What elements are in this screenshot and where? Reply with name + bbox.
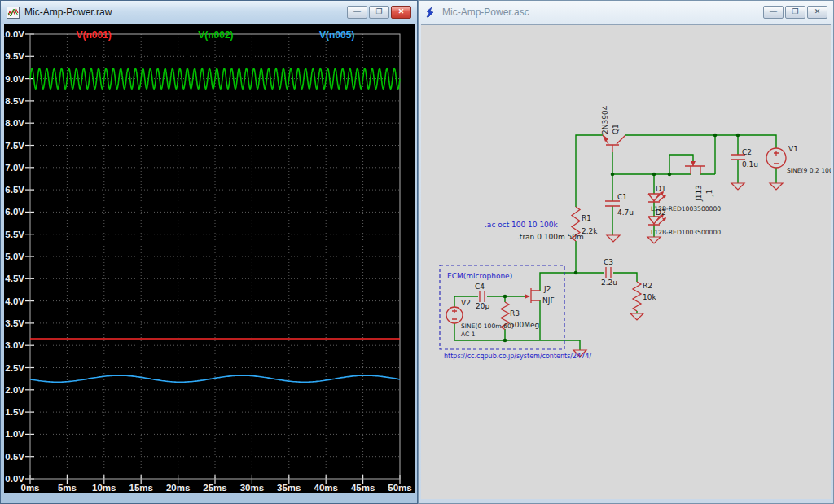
v2-value2: AC 1 bbox=[461, 331, 476, 338]
r1-value: 2.2k bbox=[582, 227, 598, 235]
y-tick-label: 6.0V bbox=[5, 207, 24, 217]
y-tick-label: 5.0V bbox=[5, 252, 24, 261]
q1-name: Q1 bbox=[612, 124, 620, 134]
legend-V(n001)[interactable]: V(n001) bbox=[76, 29, 111, 41]
y-tick-label: 0.5V bbox=[5, 452, 24, 462]
d1-name: D1 bbox=[656, 185, 666, 193]
x-tick-label: 35ms bbox=[277, 483, 301, 493]
y-tick-label: 4.0V bbox=[5, 296, 24, 306]
x-tick-label: 25ms bbox=[203, 483, 226, 493]
c1-value: 4.7u bbox=[617, 208, 634, 217]
y-tick-label: 7.5V bbox=[5, 141, 24, 151]
d2-name: D2 bbox=[656, 208, 666, 217]
y-tick-label: 2.0V bbox=[5, 385, 24, 395]
y-tick-label: 2.5V bbox=[5, 363, 24, 373]
x-tick-label: 50ms bbox=[388, 483, 411, 493]
schematic-canvas[interactable]: 2N3904 Q1 J113 J1 R1 2.2k C1 4.7u D1 L12… bbox=[421, 25, 831, 500]
c2-name: C2 bbox=[742, 148, 752, 156]
maximize-button[interactable]: ❐ bbox=[369, 6, 389, 19]
schematic-panel[interactable]: 2N3904 Q1 J113 J1 R1 2.2k C1 4.7u D1 L12… bbox=[421, 24, 831, 499]
c3-name: C3 bbox=[604, 258, 613, 266]
close-button[interactable]: ✕ bbox=[807, 6, 827, 19]
schematic-labels: 2N3904 Q1 J113 J1 R1 2.2k C1 4.7u D1 L12… bbox=[444, 105, 831, 360]
y-tick-label: 4.5V bbox=[5, 274, 24, 283]
schematic-window: Mic-Amp-Power.asc — ❐ ✕ bbox=[418, 0, 834, 504]
c3-value: 2.2u bbox=[601, 278, 617, 287]
x-tick-label: 10ms bbox=[92, 483, 116, 493]
y-tick-label: 9.0V bbox=[5, 74, 24, 84]
waveform-window-icon bbox=[7, 7, 20, 19]
plot-panel[interactable]: 10.0V9.5V9.0V8.5V8.0V7.5V7.0V6.5V6.0V5.5… bbox=[4, 24, 415, 493]
q1-value: 2N3904 bbox=[601, 105, 609, 134]
d2-model: L12B-RED1003500000 bbox=[651, 229, 721, 236]
directive-tran: .tran 0 100m 50m bbox=[517, 233, 584, 241]
j2-name: J2 bbox=[543, 285, 551, 293]
r2-name: R2 bbox=[643, 282, 652, 290]
c2-value: 0.1u bbox=[742, 160, 758, 169]
waveform-titlebar[interactable]: Mic-Amp-Power.raw — ❐ ✕ bbox=[1, 1, 417, 24]
j1-value: J113 bbox=[695, 185, 703, 202]
r3-name: R3 bbox=[510, 309, 520, 318]
ecm-box-label: ECM(microphone) bbox=[447, 272, 512, 280]
c4-value: 20p bbox=[476, 302, 489, 310]
schematic-wires bbox=[454, 135, 776, 350]
y-tick-label: 1.5V bbox=[5, 407, 24, 417]
directive-ac: .ac oct 100 10 100k bbox=[485, 221, 559, 229]
x-tick-label: 20ms bbox=[166, 483, 190, 493]
r3-value: 500Meg bbox=[510, 321, 539, 329]
x-tick-label: 40ms bbox=[314, 483, 337, 493]
trace-V(n002)[interactable] bbox=[30, 68, 400, 89]
v2-name: V2 bbox=[461, 299, 471, 307]
schematic-titlebar[interactable]: Mic-Amp-Power.asc — ❐ ✕ bbox=[419, 1, 833, 24]
waveform-plot[interactable]: 10.0V9.5V9.0V8.5V8.0V7.5V7.0V6.5V6.0V5.5… bbox=[4, 24, 415, 493]
maximize-button[interactable]: ❐ bbox=[785, 6, 805, 19]
v1-value: SINE(9 0.2 1000) bbox=[787, 167, 831, 174]
y-tick-label: 9.5V bbox=[5, 51, 24, 61]
waveform-window: Mic-Amp-Power.raw — ❐ ✕ 10.0V9.5V9.0V8.5… bbox=[0, 0, 418, 504]
y-tick-label: 7.0V bbox=[5, 163, 24, 173]
url-note: https://cc.cqpub.co.jp/system/contents/2… bbox=[444, 353, 591, 360]
schematic-components bbox=[446, 134, 786, 330]
minimize-button[interactable]: — bbox=[763, 6, 784, 19]
close-button[interactable]: ✕ bbox=[391, 6, 411, 19]
c1-name: C1 bbox=[617, 193, 627, 201]
y-tick-label: 3.0V bbox=[5, 340, 24, 350]
minimize-button[interactable]: — bbox=[347, 6, 367, 19]
c4-name: C4 bbox=[475, 283, 485, 291]
j2-value: NJF bbox=[542, 296, 555, 305]
ltspice-app-icon bbox=[424, 7, 437, 19]
y-tick-label: 5.5V bbox=[5, 230, 24, 239]
window-title: Mic-Amp-Power.asc bbox=[442, 7, 529, 18]
y-tick-label: 1.0V bbox=[5, 429, 24, 439]
y-tick-label: 8.0V bbox=[5, 118, 24, 128]
x-tick-label: 30ms bbox=[240, 483, 264, 493]
y-tick-label: 3.5V bbox=[5, 318, 24, 328]
window-title: Mic-Amp-Power.raw bbox=[24, 7, 112, 18]
y-tick-label: 6.5V bbox=[5, 185, 24, 195]
y-tick-label: 10.0V bbox=[4, 29, 24, 39]
r1-name: R1 bbox=[582, 214, 591, 222]
y-tick-label: 8.5V bbox=[5, 96, 24, 106]
x-tick-label: 0ms bbox=[20, 483, 39, 493]
j1-name: J1 bbox=[705, 190, 713, 197]
r2-value: 10k bbox=[643, 293, 656, 301]
v1-name: V1 bbox=[788, 145, 798, 153]
x-tick-label: 45ms bbox=[351, 483, 375, 493]
x-tick-label: 15ms bbox=[129, 483, 152, 493]
legend-V(n002)[interactable]: V(n002) bbox=[198, 29, 233, 41]
v2-value: SINE(0 100m 60) bbox=[461, 322, 514, 330]
legend-V(n005)[interactable]: V(n005) bbox=[319, 29, 354, 41]
x-tick-label: 5ms bbox=[58, 483, 77, 493]
